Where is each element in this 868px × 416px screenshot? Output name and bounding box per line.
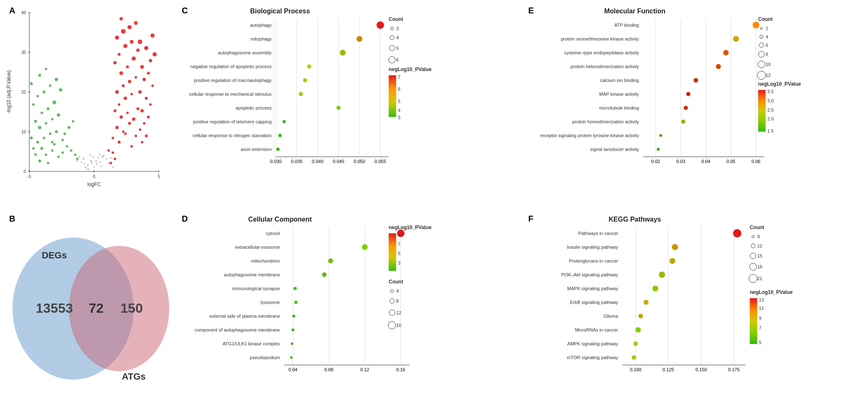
svg-text:negLog10_PValue: negLog10_PValue [389, 225, 432, 230]
svg-text:2.5: 2.5 [767, 107, 774, 112]
svg-point-102 [122, 84, 125, 87]
svg-point-203 [328, 258, 333, 263]
svg-text:3: 3 [398, 260, 400, 265]
svg-point-256 [657, 148, 659, 151]
svg-text:21: 21 [757, 276, 762, 281]
svg-text:MicroRNAs in cancer: MicroRNAs in cancer [575, 327, 618, 332]
svg-point-97 [118, 103, 120, 106]
svg-point-278 [757, 71, 766, 79]
svg-text:negLog10_PValue: negLog10_PValue [389, 66, 432, 72]
svg-text:12: 12 [766, 73, 771, 78]
svg-point-95 [114, 110, 117, 112]
svg-text:protein heterodimerization act: protein heterodimerization activity [570, 64, 639, 69]
svg-point-232 [389, 310, 395, 316]
svg-point-100 [130, 93, 133, 95]
svg-point-28 [81, 161, 82, 163]
svg-text:ATG1/ULK1 kinase complex: ATG1/ULK1 kinase complex [223, 341, 280, 346]
svg-point-61 [34, 120, 37, 123]
svg-text:4: 4 [398, 108, 400, 113]
svg-point-65 [47, 107, 50, 110]
svg-point-43 [100, 166, 102, 167]
svg-point-248 [733, 36, 739, 42]
svg-point-105 [120, 71, 123, 75]
svg-text:Glioma: Glioma [603, 314, 619, 319]
svg-text:autophagosome assembly: autophagosome assembly [218, 50, 272, 55]
svg-point-228 [391, 290, 394, 293]
svg-point-30 [90, 160, 92, 162]
svg-point-19 [89, 154, 91, 156]
svg-point-67 [53, 101, 56, 105]
svg-point-62 [51, 118, 53, 120]
panel-d-label: D [182, 214, 188, 223]
svg-text:4: 4 [396, 288, 399, 293]
panel-f-title: KEGG Pathways [608, 216, 661, 223]
svg-point-208 [292, 329, 295, 332]
svg-point-303 [635, 327, 641, 333]
svg-text:7: 7 [398, 242, 400, 247]
svg-point-53 [36, 141, 39, 144]
svg-text:11: 11 [759, 306, 764, 311]
svg-text:9: 9 [757, 234, 760, 239]
svg-text:mitophagy: mitophagy [250, 36, 272, 41]
svg-text:15: 15 [757, 253, 762, 258]
svg-point-299 [659, 272, 665, 278]
svg-point-137 [114, 158, 116, 160]
svg-text:10: 10 [21, 130, 26, 134]
svg-text:cellular response to nitrogen : cellular response to nitrogen starvation [193, 133, 272, 138]
svg-point-81 [68, 126, 71, 129]
svg-point-29 [85, 166, 87, 168]
y-axis-label: -log10 (adj.P.Value) [6, 70, 12, 114]
svg-point-38 [84, 163, 85, 165]
svg-text:receptor signaling protein tyr: receptor signaling protein tyrosine kina… [540, 133, 639, 138]
svg-point-47 [34, 153, 37, 156]
svg-point-122 [147, 116, 150, 119]
svg-point-33 [79, 156, 80, 158]
svg-point-42 [86, 168, 88, 170]
svg-text:0.040: 0.040 [312, 159, 323, 164]
svg-text:0.08: 0.08 [324, 367, 333, 372]
svg-text:0.050: 0.050 [354, 159, 365, 164]
svg-point-70 [59, 88, 62, 92]
svg-point-56 [49, 133, 51, 135]
svg-point-25 [93, 166, 95, 168]
svg-point-50 [47, 162, 49, 164]
svg-text:5: 5 [398, 251, 400, 256]
svg-text:pseudopodium: pseudopodium [250, 355, 280, 360]
svg-point-134 [138, 40, 143, 44]
svg-point-296 [733, 229, 741, 237]
svg-point-126 [138, 90, 142, 94]
svg-text:external side of plasma membra: external side of plasma membrane [209, 314, 280, 319]
svg-point-80 [64, 133, 66, 135]
svg-point-84 [76, 158, 79, 160]
svg-point-276 [758, 61, 765, 68]
svg-text:7: 7 [398, 74, 400, 79]
svg-point-250 [716, 64, 721, 69]
svg-text:20: 20 [21, 90, 26, 94]
svg-text:extracellular exosome: extracellular exosome [235, 245, 280, 250]
svg-point-300 [652, 286, 658, 291]
svg-text:AMPK signaling pathway: AMPK signaling pathway [567, 341, 618, 346]
svg-point-157 [340, 50, 346, 56]
svg-point-41 [112, 166, 114, 168]
svg-text:3.0: 3.0 [767, 98, 774, 103]
panel-b-label: B [9, 214, 15, 223]
svg-text:Count: Count [389, 16, 403, 22]
svg-point-301 [644, 300, 649, 305]
svg-point-268 [760, 28, 762, 30]
svg-rect-222 [389, 233, 396, 271]
svg-point-116 [134, 21, 138, 25]
panel-e-label: E [528, 6, 534, 15]
svg-point-90 [122, 130, 125, 133]
svg-point-44 [45, 153, 47, 156]
svg-point-112 [130, 40, 134, 44]
svg-point-78 [66, 145, 68, 148]
svg-text:MAPK signaling pathway: MAPK signaling pathway [567, 286, 618, 291]
svg-point-297 [672, 244, 678, 250]
svg-text:protein serine/threonine kinas: protein serine/threonine kinase activity [560, 36, 639, 41]
svg-point-91 [128, 122, 131, 125]
svg-point-76 [61, 139, 64, 141]
svg-point-321 [750, 253, 756, 259]
svg-point-132 [153, 52, 157, 56]
svg-point-130 [140, 65, 144, 69]
svg-point-117 [120, 17, 123, 20]
